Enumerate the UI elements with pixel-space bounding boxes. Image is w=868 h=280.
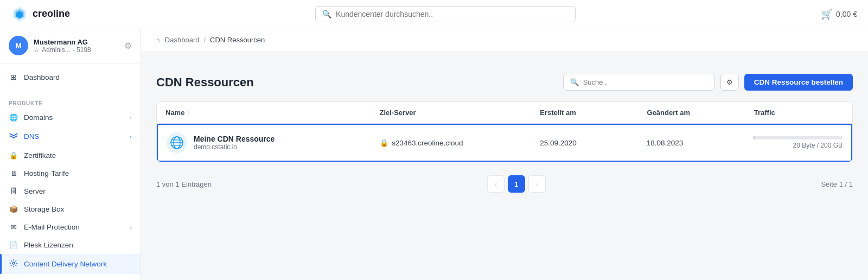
cart-amount: 0,00 €	[836, 10, 857, 18]
sidebar-item-label: Server	[24, 187, 46, 195]
hosting-icon: 🖥	[9, 169, 18, 177]
global-search-input[interactable]	[336, 10, 569, 18]
nav-products: PRODUKTE 🌐 Domains › DNS › 🔒 Zertifikate	[0, 91, 141, 278]
nav-main: ⊞ Dashboard	[0, 63, 141, 91]
page-info: Seite 1 / 1	[821, 180, 853, 188]
table-row[interactable]: Meine CDN Ressource demo.cstatic.io 🔒 s2…	[157, 124, 852, 162]
user-meta: ☆ Adminis... · 5198	[34, 46, 119, 54]
storage-icon: 📦	[9, 205, 18, 213]
products-section-label: PRODUKTE	[0, 95, 141, 109]
top-header: creoline 🔍 🛒 0,00 €	[0, 0, 868, 28]
breadcrumb-home[interactable]: Dashboard	[165, 36, 200, 44]
page-title: CDN Ressourcen	[156, 75, 254, 90]
sidebar-item-label: Hosting-Tarife	[24, 169, 69, 177]
col-erstellt-am: Erstellt am	[531, 102, 638, 123]
breadcrumb-separator: /	[203, 36, 206, 44]
user-role: Adminis...	[42, 46, 71, 54]
search-icon: 🔍	[322, 10, 331, 18]
user-id: 5198	[76, 46, 91, 54]
table-search-input[interactable]	[583, 78, 708, 86]
page-1-button[interactable]: 1	[508, 175, 525, 193]
cart-icon: 🛒	[821, 8, 833, 20]
sidebar-item-email-protection[interactable]: ✉ E-Mail Protection ›	[0, 218, 141, 236]
pagination-info: 1 von 1 Einträgen	[156, 180, 212, 188]
sidebar-item-zertifikate[interactable]: 🔒 Zertifikate	[0, 147, 141, 164]
sidebar-item-dashboard[interactable]: ⊞ Dashboard	[0, 68, 141, 86]
table-search-field[interactable]: 🔍	[563, 74, 715, 91]
sidebar-item-domains[interactable]: 🌐 Domains ›	[0, 109, 141, 126]
sidebar-item-plesk-lizenzen[interactable]: 📄 Plesk Lizenzen	[0, 236, 141, 254]
sidebar-item-label: Plesk Lizenzen	[24, 241, 73, 249]
resource-name-info: Meine CDN Ressource demo.cstatic.io	[194, 135, 275, 151]
chevron-right-icon: ›	[130, 114, 132, 121]
cart-area[interactable]: 🛒 0,00 €	[821, 8, 857, 20]
sidebar-item-storage-box[interactable]: 📦 Storage Box	[0, 200, 141, 218]
sidebar-item-label: E-Mail Protection	[24, 223, 80, 231]
plesk-icon: 📄	[9, 241, 18, 249]
cdn-resource-logo	[167, 132, 187, 153]
sidebar-item-label: Content Delivery Network	[24, 260, 107, 268]
col-name: Name ↑	[157, 102, 371, 123]
cell-name: Meine CDN Ressource demo.cstatic.io	[158, 125, 371, 161]
cell-geaendert-am: 18.08.2023	[638, 131, 745, 155]
logo-text: creoline	[33, 8, 70, 20]
server-icon: 🗄	[9, 187, 18, 195]
resource-table: Name ↑ Ziel-Server Erstellt am Geändert …	[156, 101, 853, 162]
next-page-button[interactable]: ›	[528, 175, 546, 193]
settings-icon[interactable]: ⚙	[124, 41, 132, 51]
sidebar-item-server[interactable]: 🗄 Server	[0, 182, 141, 200]
sidebar-item-cdn[interactable]: Content Delivery Network	[0, 254, 141, 274]
traffic-bar: 20 Byte / 200 GB	[753, 136, 843, 149]
user-section: M Mustermann AG ☆ Adminis... · 5198 ⚙	[0, 28, 141, 63]
order-cdn-button[interactable]: CDN Ressource bestellen	[744, 74, 853, 91]
user-name: Mustermann AG	[34, 38, 119, 46]
col-ziel-server: Ziel-Server	[371, 102, 531, 123]
sidebar-item-hosting-tarife[interactable]: 🖥 Hosting-Tarife	[0, 164, 141, 182]
lock-icon: 🔒	[380, 139, 388, 147]
sidebar-item-dns[interactable]: DNS ›	[0, 126, 141, 147]
cell-erstellt-am: 25.09.2020	[531, 131, 638, 155]
search-icon: 🔍	[570, 78, 579, 86]
cell-traffic: 20 Byte / 200 GB	[744, 129, 851, 157]
content-inner: CDN Ressourcen 🔍 ⚙ CDN Ressource bestell…	[141, 63, 868, 206]
email-icon: ✉	[9, 223, 18, 231]
domains-icon: 🌐	[9, 113, 18, 122]
sidebar-item-label: Dashboard	[24, 73, 60, 81]
cell-ziel-server: 🔒 s23463.creoline.cloud	[371, 131, 531, 155]
col-geaendert-am: Geändert am	[639, 102, 745, 123]
dashboard-icon: ⊞	[9, 73, 18, 81]
main-layout: M Mustermann AG ☆ Adminis... · 5198 ⚙ ⊞ …	[0, 28, 868, 280]
title-actions: 🔍 ⚙ CDN Ressource bestellen	[563, 74, 853, 91]
resource-subdomain: demo.cstatic.io	[194, 143, 275, 151]
star-icon: ☆	[34, 46, 40, 54]
global-search-bar[interactable]: 🔍	[315, 6, 576, 22]
sidebar: M Mustermann AG ☆ Adminis... · 5198 ⚙ ⊞ …	[0, 28, 141, 280]
cdn-icon	[9, 259, 18, 269]
page-title-row: CDN Ressourcen 🔍 ⚙ CDN Ressource bestell…	[156, 74, 853, 91]
filter-icon: ⚙	[726, 78, 733, 86]
logo-area: creoline	[11, 5, 70, 23]
traffic-bar-background	[753, 136, 843, 139]
prev-page-button[interactable]: ‹	[487, 175, 505, 193]
user-info: Mustermann AG ☆ Adminis... · 5198	[34, 38, 119, 54]
resource-name: Meine CDN Ressource	[194, 135, 275, 143]
server-value: s23463.creoline.cloud	[392, 139, 463, 147]
pagination-controls: ‹ 1 ›	[487, 175, 546, 193]
traffic-text: 20 Byte / 200 GB	[753, 142, 843, 149]
sidebar-item-label: Domains	[24, 113, 53, 122]
sort-icon: ↑	[187, 110, 189, 116]
svg-point-3	[12, 262, 15, 264]
creoline-logo-icon	[11, 5, 28, 23]
breadcrumb: ⌂ Dashboard / CDN Ressourcen	[141, 28, 868, 52]
home-icon: ⌂	[156, 36, 161, 44]
sidebar-item-label: Zertifikate	[24, 151, 56, 160]
breadcrumb-current: CDN Ressourcen	[210, 36, 265, 44]
sidebar-item-label: DNS	[24, 132, 40, 141]
dns-icon	[9, 131, 18, 142]
chevron-right-icon: ›	[130, 224, 132, 231]
sidebar-item-label: Storage Box	[24, 205, 64, 213]
avatar: M	[9, 36, 28, 55]
filter-button[interactable]: ⚙	[720, 74, 739, 91]
table-header: Name ↑ Ziel-Server Erstellt am Geändert …	[157, 102, 852, 124]
pagination-row: 1 von 1 Einträgen ‹ 1 › Seite 1 / 1	[156, 173, 853, 195]
